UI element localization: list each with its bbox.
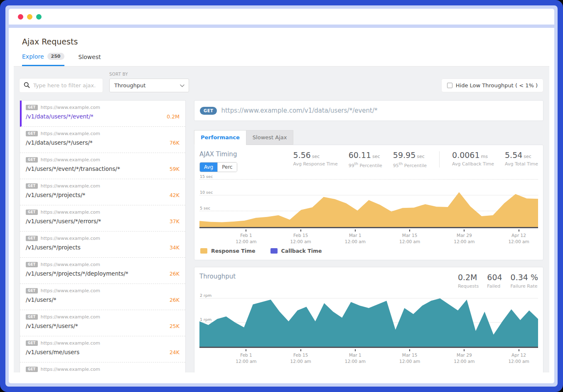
maximize-window-icon[interactable] bbox=[36, 14, 42, 20]
app-content: Ajax Requests Explore 250 Slowest bbox=[9, 28, 554, 383]
list-item[interactable]: GEThttps://www.example.com /v1/users/*/u… bbox=[20, 310, 185, 336]
stat-avg-total-time: 5.54sec Avg Total Time bbox=[505, 150, 538, 168]
stat-value: 59.95 bbox=[393, 150, 415, 160]
x-tick-label: Feb 112:00 am bbox=[236, 232, 256, 245]
list-item[interactable]: GEThttps://www.example.com /v1/data/user… bbox=[20, 127, 185, 153]
request-path: /v1/users/*/projects bbox=[26, 244, 81, 251]
stat-value: 5.56 bbox=[293, 150, 311, 160]
stat-label: Avg Response Time bbox=[293, 161, 338, 167]
throughput-title: Throughput bbox=[199, 273, 236, 280]
list-item[interactable]: GEThttps://www.example.com /v1/users/*/e… bbox=[20, 153, 185, 179]
sort-by-select[interactable]: Throughput bbox=[109, 79, 189, 92]
x-tick-mark bbox=[519, 349, 519, 351]
tab-slowest-ajax[interactable]: Slowest Ajax bbox=[246, 130, 294, 145]
request-throughput: 76K bbox=[170, 140, 179, 146]
list-item[interactable]: GEThttps://www.example.com /v1/users/*26… bbox=[20, 284, 185, 310]
request-path: /v1/users/me/users bbox=[26, 349, 79, 355]
x-tick-mark bbox=[464, 349, 465, 351]
request-url: https://www.example.com/v1/data/users/*/… bbox=[221, 107, 377, 114]
ajax-timing-chart: 5 sec10 sec15 sec Feb 112:00 amFeb 1512:… bbox=[199, 178, 538, 254]
request-throughput: 59K bbox=[170, 166, 179, 172]
request-throughput: 24K bbox=[170, 349, 179, 355]
x-tick-label: Apr 1212:00 am bbox=[508, 352, 529, 365]
x-tick-mark bbox=[355, 229, 356, 232]
method-badge: GET bbox=[26, 367, 38, 372]
request-throughput: 0.2M bbox=[167, 113, 179, 120]
method-badge: GET bbox=[26, 183, 38, 189]
toolbar-right: Hide Low Throughput ( < 1% ) bbox=[441, 79, 543, 92]
list-item[interactable]: GEThttps://www.example.com /v1/users/*/u… bbox=[20, 205, 185, 232]
method-badge: GET bbox=[26, 340, 38, 346]
stat-95th-percentile: 59.95sec 95th Percentile bbox=[393, 150, 427, 168]
tab-slowest[interactable]: Slowest bbox=[79, 54, 101, 65]
request-host: https://www.example.com bbox=[41, 367, 100, 372]
list-item[interactable]: GEThttps://www.example.com /v1/data/user… bbox=[20, 101, 185, 127]
list-item[interactable]: GEThttps://www.example.com /v1/users/me/… bbox=[20, 336, 185, 362]
stat-label: Failure Rate bbox=[511, 284, 538, 289]
stat-label: 95th Percentile bbox=[393, 161, 427, 168]
request-throughput: 26K bbox=[170, 297, 179, 303]
stat-failure-rate: 0.34 % Failure Rate bbox=[511, 273, 538, 289]
tab-explore[interactable]: Explore 250 bbox=[22, 53, 64, 66]
x-tick-label: Mar 112:00 am bbox=[345, 352, 366, 365]
method-badge: GET bbox=[26, 288, 38, 293]
sort-by-value: Throughput bbox=[114, 82, 146, 89]
stat-value: 5.54 bbox=[505, 150, 522, 160]
list-item[interactable]: GEThttps://www.example.com /v1/users/*/p… bbox=[20, 258, 185, 284]
close-window-icon[interactable] bbox=[18, 14, 23, 20]
request-path: /v1/data/users/*/event/* bbox=[26, 113, 93, 120]
x-tick-label: Feb 1512:00 am bbox=[290, 352, 311, 365]
stat-value: 0.2M bbox=[458, 273, 477, 282]
throughput-stats: 0.2M Requests 604 Failed 0.34 % bbox=[458, 273, 538, 289]
stats-divider bbox=[439, 151, 440, 168]
request-throughput: 34K bbox=[170, 244, 179, 251]
window-titlebar bbox=[9, 9, 554, 25]
page-title: Ajax Requests bbox=[22, 37, 541, 46]
sort-by-group: SORT BY Throughput bbox=[109, 72, 189, 92]
avg-toggle-button[interactable]: Avg bbox=[200, 163, 217, 172]
hide-low-throughput-toggle[interactable]: Hide Low Throughput ( < 1% ) bbox=[441, 79, 543, 92]
stat-value: 60.11 bbox=[349, 150, 371, 160]
stat-label: Requests bbox=[458, 284, 479, 289]
request-host: https://www.example.com bbox=[41, 262, 100, 267]
request-host: https://www.example.com bbox=[41, 340, 100, 346]
legend-label: Response Time bbox=[211, 248, 256, 254]
stat-avg-callback-time: 0.0061ms Avg Callback Time bbox=[452, 150, 494, 168]
method-badge: GET bbox=[26, 210, 38, 215]
stat-label: 99th Percentile bbox=[349, 161, 382, 168]
x-tick-mark bbox=[519, 229, 519, 232]
list-item[interactable]: GEThttps://www.example.com /v1/users/*/p… bbox=[20, 232, 185, 258]
filter-ajax-input[interactable] bbox=[20, 79, 103, 92]
x-axis-line bbox=[199, 347, 538, 348]
stat-failed: 604 Failed bbox=[487, 273, 502, 289]
request-path: /v1/users/*/users/* bbox=[26, 323, 78, 329]
minimize-window-icon[interactable] bbox=[27, 14, 32, 20]
explorer-panel: SORT BY Throughput Hide Low Throughput (… bbox=[14, 66, 549, 372]
toolbar: SORT BY Throughput Hide Low Throughput (… bbox=[20, 72, 543, 92]
throughput-chart: 1 rpm2 rpm Feb 112:00 amFeb 1512:00 amMa… bbox=[199, 295, 538, 365]
traffic-lights bbox=[18, 14, 42, 20]
method-badge: GET bbox=[26, 314, 38, 320]
series-throughput bbox=[199, 298, 538, 347]
search-icon bbox=[24, 82, 30, 90]
avg-perc-toggle: Avg Perc bbox=[199, 162, 237, 172]
x-tick-label: Feb 112:00 am bbox=[236, 352, 256, 365]
detail-tabs: Performance Slowest Ajax bbox=[194, 130, 543, 145]
request-throughput: 25K bbox=[170, 323, 179, 329]
tab-performance[interactable]: Performance bbox=[194, 130, 246, 145]
request-path: /v1/users/*/users/*/errors/* bbox=[26, 218, 101, 224]
request-host: https://www.example.com bbox=[41, 131, 100, 136]
list-item[interactable]: GEThttps://www.example.com /v1/users/*/p… bbox=[20, 179, 185, 205]
list-item[interactable]: GEThttps://www.example.com bbox=[20, 362, 185, 372]
request-path: /v1/users/* bbox=[26, 296, 56, 303]
explore-count-badge: 250 bbox=[47, 53, 64, 60]
x-tick-mark bbox=[355, 349, 356, 351]
ajax-timing-card: AJAX Timing Avg Perc 5.56sec bbox=[194, 145, 543, 260]
request-throughput: 42K bbox=[170, 192, 179, 198]
request-host: https://www.example.com bbox=[41, 236, 100, 241]
sort-by-label: SORT BY bbox=[109, 72, 189, 76]
stat-label: Failed bbox=[487, 284, 502, 289]
perc-toggle-button[interactable]: Perc bbox=[217, 163, 236, 172]
hide-low-throughput-checkbox[interactable] bbox=[447, 83, 452, 88]
x-tick-label: Mar 1512:00 am bbox=[399, 232, 420, 245]
